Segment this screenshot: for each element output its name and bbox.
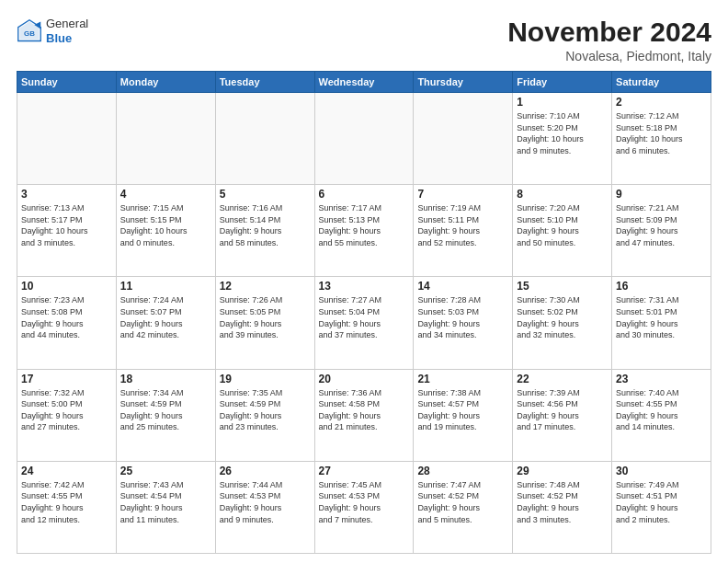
day-info: Sunrise: 7:24 AM Sunset: 5:07 PM Dayligh… [120,294,211,340]
day-info: Sunrise: 7:40 AM Sunset: 4:55 PM Dayligh… [616,387,707,433]
calendar-cell: 29Sunrise: 7:48 AM Sunset: 4:52 PM Dayli… [513,461,612,553]
calendar-cell: 8Sunrise: 7:20 AM Sunset: 5:10 PM Daylig… [513,185,612,277]
day-info: Sunrise: 7:36 AM Sunset: 4:58 PM Dayligh… [319,387,410,433]
calendar-cell: 22Sunrise: 7:39 AM Sunset: 4:56 PM Dayli… [513,369,612,461]
day-info: Sunrise: 7:30 AM Sunset: 5:02 PM Dayligh… [517,294,608,340]
day-number: 19 [220,373,311,385]
weekday-header-thursday: Thursday [414,72,513,93]
weekday-header-saturday: Saturday [612,72,711,93]
calendar-cell: 27Sunrise: 7:45 AM Sunset: 4:53 PM Dayli… [314,461,414,553]
calendar-cell: 6Sunrise: 7:17 AM Sunset: 5:13 PM Daylig… [314,185,414,277]
day-number: 8 [517,188,608,201]
calendar-cell [414,93,513,185]
day-info: Sunrise: 7:44 AM Sunset: 4:53 PM Dayligh… [220,479,311,525]
day-info: Sunrise: 7:17 AM Sunset: 5:13 PM Dayligh… [319,202,410,248]
day-info: Sunrise: 7:47 AM Sunset: 4:52 PM Dayligh… [417,479,508,525]
day-number: 13 [319,280,410,293]
calendar-cell: 14Sunrise: 7:28 AM Sunset: 5:03 PM Dayli… [414,277,513,369]
day-number: 1 [517,96,608,109]
day-info: Sunrise: 7:39 AM Sunset: 4:56 PM Dayligh… [517,387,608,433]
day-info: Sunrise: 7:13 AM Sunset: 5:17 PM Dayligh… [21,202,112,248]
calendar-week-5: 24Sunrise: 7:42 AM Sunset: 4:55 PM Dayli… [17,461,711,553]
calendar-week-2: 3Sunrise: 7:13 AM Sunset: 5:17 PM Daylig… [17,185,711,277]
calendar-cell: 5Sunrise: 7:16 AM Sunset: 5:14 PM Daylig… [215,185,314,277]
day-number: 7 [417,188,508,201]
calendar-cell: 13Sunrise: 7:27 AM Sunset: 5:04 PM Dayli… [314,277,414,369]
calendar-cell: 1Sunrise: 7:10 AM Sunset: 5:20 PM Daylig… [513,93,612,185]
calendar-cell: 2Sunrise: 7:12 AM Sunset: 5:18 PM Daylig… [612,93,711,185]
calendar-week-3: 10Sunrise: 7:23 AM Sunset: 5:08 PM Dayli… [17,277,711,369]
title-block: November 2024 Novalesa, Piedmont, Italy [507,17,711,63]
calendar-cell: 25Sunrise: 7:43 AM Sunset: 4:54 PM Dayli… [116,461,215,553]
day-number: 3 [21,188,112,201]
day-number: 22 [517,373,608,385]
day-number: 16 [616,280,707,293]
calendar-cell: 21Sunrise: 7:38 AM Sunset: 4:57 PM Dayli… [414,369,513,461]
day-number: 10 [21,280,112,293]
day-number: 30 [616,465,707,477]
day-number: 2 [616,96,707,109]
logo-icon: GB [17,18,42,44]
weekday-header-wednesday: Wednesday [314,72,414,93]
calendar-cell [116,93,215,185]
calendar-cell: 26Sunrise: 7:44 AM Sunset: 4:53 PM Dayli… [215,461,314,553]
calendar-cell: 11Sunrise: 7:24 AM Sunset: 5:07 PM Dayli… [116,277,215,369]
day-info: Sunrise: 7:48 AM Sunset: 4:52 PM Dayligh… [517,479,608,525]
svg-text:GB: GB [24,29,35,38]
calendar-cell [314,93,414,185]
calendar-cell: 4Sunrise: 7:15 AM Sunset: 5:15 PM Daylig… [116,185,215,277]
day-info: Sunrise: 7:32 AM Sunset: 5:00 PM Dayligh… [21,387,112,433]
weekday-header-friday: Friday [513,72,612,93]
calendar-cell [215,93,314,185]
day-number: 17 [21,373,112,385]
day-number: 23 [616,373,707,385]
calendar-cell: 15Sunrise: 7:30 AM Sunset: 5:02 PM Dayli… [513,277,612,369]
calendar-week-1: 1Sunrise: 7:10 AM Sunset: 5:20 PM Daylig… [17,93,711,185]
page: GB General Blue November 2024 Novalesa, … [0,0,728,563]
weekday-header-tuesday: Tuesday [215,72,314,93]
logo-general: General [46,17,88,31]
calendar-cell: 19Sunrise: 7:35 AM Sunset: 4:59 PM Dayli… [215,369,314,461]
day-info: Sunrise: 7:28 AM Sunset: 5:03 PM Dayligh… [417,294,508,340]
day-info: Sunrise: 7:43 AM Sunset: 4:54 PM Dayligh… [120,479,211,525]
day-info: Sunrise: 7:45 AM Sunset: 4:53 PM Dayligh… [319,479,410,525]
calendar-body: 1Sunrise: 7:10 AM Sunset: 5:20 PM Daylig… [17,93,711,554]
day-number: 11 [120,280,211,293]
calendar-cell: 9Sunrise: 7:21 AM Sunset: 5:09 PM Daylig… [612,185,711,277]
day-info: Sunrise: 7:20 AM Sunset: 5:10 PM Dayligh… [517,202,608,248]
calendar-cell: 12Sunrise: 7:26 AM Sunset: 5:05 PM Dayli… [215,277,314,369]
day-info: Sunrise: 7:42 AM Sunset: 4:55 PM Dayligh… [21,479,112,525]
calendar-cell: 7Sunrise: 7:19 AM Sunset: 5:11 PM Daylig… [414,185,513,277]
day-number: 15 [517,280,608,293]
day-number: 12 [220,280,311,293]
day-number: 21 [417,373,508,385]
day-info: Sunrise: 7:35 AM Sunset: 4:59 PM Dayligh… [220,387,311,433]
calendar-cell: 18Sunrise: 7:34 AM Sunset: 4:59 PM Dayli… [116,369,215,461]
calendar-cell: 20Sunrise: 7:36 AM Sunset: 4:58 PM Dayli… [314,369,414,461]
calendar: SundayMondayTuesdayWednesdayThursdayFrid… [17,71,711,554]
weekday-header-monday: Monday [116,72,215,93]
day-info: Sunrise: 7:31 AM Sunset: 5:01 PM Dayligh… [616,294,707,340]
calendar-cell: 10Sunrise: 7:23 AM Sunset: 5:08 PM Dayli… [17,277,117,369]
calendar-cell [17,93,117,185]
day-number: 28 [417,465,508,477]
day-info: Sunrise: 7:21 AM Sunset: 5:09 PM Dayligh… [616,202,707,248]
day-info: Sunrise: 7:15 AM Sunset: 5:15 PM Dayligh… [120,202,211,248]
day-info: Sunrise: 7:38 AM Sunset: 4:57 PM Dayligh… [417,387,508,433]
day-info: Sunrise: 7:19 AM Sunset: 5:11 PM Dayligh… [417,202,508,248]
day-number: 29 [517,465,608,477]
calendar-cell: 30Sunrise: 7:49 AM Sunset: 4:51 PM Dayli… [612,461,711,553]
header: GB General Blue November 2024 Novalesa, … [17,17,711,63]
day-number: 9 [616,188,707,201]
day-number: 24 [21,465,112,477]
calendar-header: SundayMondayTuesdayWednesdayThursdayFrid… [17,72,711,93]
calendar-cell: 23Sunrise: 7:40 AM Sunset: 4:55 PM Dayli… [612,369,711,461]
day-number: 25 [120,465,211,477]
day-number: 6 [319,188,410,201]
weekday-header-sunday: Sunday [17,72,117,93]
day-info: Sunrise: 7:34 AM Sunset: 4:59 PM Dayligh… [120,387,211,433]
logo-text: General Blue [46,17,88,45]
day-info: Sunrise: 7:23 AM Sunset: 5:08 PM Dayligh… [21,294,112,340]
day-number: 14 [417,280,508,293]
calendar-cell: 16Sunrise: 7:31 AM Sunset: 5:01 PM Dayli… [612,277,711,369]
